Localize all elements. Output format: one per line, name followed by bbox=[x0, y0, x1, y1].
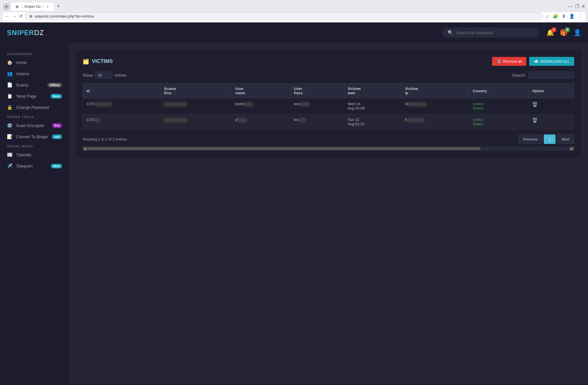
user-profile-button[interactable]: 👤 bbox=[573, 29, 581, 36]
address-bar[interactable]: ⊕ sniperdz.com/index.php?do=victims bbox=[25, 12, 543, 20]
row2-date: Tue 13Aug 01:21 bbox=[344, 114, 401, 130]
tab-close-btn[interactable]: ✕ bbox=[46, 5, 49, 9]
row1-date: Wed 14Aug 00:09 bbox=[344, 98, 401, 114]
table-row: 1370 jil tes Tue 13Aug 01:21 8 UnitedSta… bbox=[83, 114, 574, 130]
panel-actions: 🗑️ Romove all ☁️ DOWNLOAD ALL bbox=[492, 57, 574, 66]
entries-input[interactable] bbox=[95, 72, 112, 79]
row1-username: testbl bbox=[232, 98, 290, 114]
notification-badge: 1 bbox=[551, 27, 556, 32]
victims-icon: 🗂️ bbox=[83, 58, 89, 65]
sidebar-item-label: Telegram bbox=[16, 164, 33, 168]
sidebar-item-icon: 🔒 bbox=[7, 105, 13, 110]
row1-scama-disc bbox=[160, 98, 232, 114]
scroll-right-button[interactable]: ▶ bbox=[570, 146, 574, 151]
scrollbar-area[interactable]: ◀ ▶ bbox=[83, 146, 574, 151]
sidebar-item-telegram[interactable]: ✈️TelegramNew bbox=[0, 160, 69, 172]
delete-row1-button[interactable]: 🗑️ bbox=[532, 102, 538, 107]
logo-bold: SNIPER bbox=[7, 29, 34, 36]
table-row: 1370 testbl testi Wed 14Aug 00:09 98 Uni… bbox=[83, 98, 574, 114]
sidebar: DASHBOARDS🏠Home👥Victims📄ScamsOffline📋Tem… bbox=[0, 43, 69, 384]
search-input[interactable] bbox=[456, 30, 525, 35]
notification-button[interactable]: 🔔 1 bbox=[546, 29, 554, 36]
menu-button[interactable]: ⋮ bbox=[578, 14, 583, 19]
col-option[interactable]: Option bbox=[529, 84, 574, 98]
sidebar-item-label: Home bbox=[16, 60, 27, 65]
download-button[interactable]: ⬇ bbox=[562, 14, 566, 19]
remove-all-button[interactable]: 🗑️ Romove all bbox=[492, 57, 526, 66]
row1-country: UnitedStates bbox=[469, 98, 529, 114]
tab-favicon: ⊕ bbox=[16, 4, 19, 9]
page-1-button[interactable]: 1 bbox=[544, 134, 556, 144]
back-button[interactable]: ← bbox=[5, 14, 10, 19]
col-scama-disc[interactable]: ScamaDisc ↕ bbox=[160, 84, 232, 98]
close-button[interactable]: ✕ bbox=[581, 4, 585, 9]
sidebar-item-badge: xml bbox=[52, 134, 62, 139]
col-country[interactable]: Country ↕ bbox=[469, 84, 529, 98]
sidebar-item-label: Victims bbox=[16, 72, 29, 76]
table-footer: Showing 1 to 2 of 2 entries Previous 1 N… bbox=[83, 134, 574, 144]
table-controls: Show entries Search: bbox=[83, 72, 574, 79]
sidebar-item-victims[interactable]: 👥Victims bbox=[0, 68, 69, 79]
sidebar-item-scam-encrypter[interactable]: ⚙️Scam EncrypterPro bbox=[0, 120, 69, 131]
sidebar-item-tutorials[interactable]: 📰Tutorials bbox=[0, 149, 69, 160]
download-all-button[interactable]: ☁️ DOWNLOAD ALL bbox=[529, 57, 574, 66]
panel-header: 🗂️ VICTIMS 🗑️ Romove all ☁️ DOWNLOAD ALL bbox=[83, 57, 574, 66]
sidebar-item-icon: 📰 bbox=[7, 152, 13, 157]
previous-button[interactable]: Previous bbox=[518, 134, 543, 144]
sidebar-item-badge: Offline bbox=[47, 83, 62, 87]
pagination: Previous 1 Next bbox=[518, 134, 574, 144]
col-victime-date[interactable]: Victimedate ↕ bbox=[344, 84, 401, 98]
search-label: Search: bbox=[512, 73, 526, 78]
table-search-input[interactable] bbox=[528, 72, 574, 79]
col-userpass[interactable]: UserPass ↕ bbox=[290, 84, 344, 98]
sidebar-item-icon: 🏠 bbox=[7, 60, 13, 65]
row2-option[interactable]: 🗑️ bbox=[529, 114, 574, 130]
sidebar-section-title: SOCIAL MEDIA bbox=[0, 142, 69, 149]
row1-ip: 98 bbox=[401, 98, 469, 114]
forward-button[interactable]: → bbox=[12, 14, 17, 19]
sidebar-item-convert-to-bloger[interactable]: 📝Convert To Blogerxml bbox=[0, 131, 69, 142]
download-icon: ☁️ bbox=[534, 59, 538, 63]
sidebar-item-home[interactable]: 🏠Home bbox=[0, 57, 69, 68]
row2-userpass: tes bbox=[290, 114, 344, 130]
extensions-button[interactable]: 🧩 bbox=[553, 14, 558, 19]
gift-button[interactable]: 🎁 0 bbox=[560, 29, 568, 36]
scrollbar-thumb[interactable] bbox=[87, 147, 481, 150]
next-button[interactable]: Next bbox=[557, 134, 574, 144]
row1-option[interactable]: 🗑️ bbox=[529, 98, 574, 114]
sidebar-item-icon: 👥 bbox=[7, 71, 13, 76]
main-content: 🗂️ VICTIMS 🗑️ Romove all ☁️ DOWNLOAD ALL bbox=[69, 43, 588, 384]
header-search-bar[interactable]: 🔍 bbox=[442, 28, 539, 38]
profile-button[interactable]: 👤 bbox=[569, 14, 575, 19]
search-control: Search: bbox=[512, 72, 574, 79]
maximize-button[interactable]: ❐ bbox=[575, 4, 579, 9]
col-id[interactable]: id ↕ bbox=[83, 84, 160, 98]
sidebar-item-icon: 📋 bbox=[7, 93, 13, 99]
sidebar-item-badge: Pro bbox=[52, 123, 62, 128]
data-table: id ↕ ScamaDisc ↕ Username ↕ UserPass ↕ V… bbox=[83, 83, 574, 130]
scroll-left-button[interactable]: ◀ bbox=[83, 146, 87, 151]
sidebar-item-label: Scams bbox=[16, 83, 28, 87]
new-tab-button[interactable]: + bbox=[55, 2, 63, 11]
show-label: Show bbox=[83, 73, 93, 78]
search-icon: 🔍 bbox=[448, 30, 453, 35]
col-victime-ip[interactable]: VictimeIp ↕ bbox=[401, 84, 469, 98]
reload-button[interactable]: ↺ bbox=[19, 14, 23, 19]
row1-userpass: testi bbox=[290, 98, 344, 114]
browser-tab[interactable]: ⊕ :: Sniper Dz :: ✕ bbox=[11, 3, 54, 11]
logo: SNIPERDZ bbox=[7, 29, 44, 37]
col-username[interactable]: Username ↕ bbox=[232, 84, 290, 98]
minimize-button[interactable]: — bbox=[568, 4, 573, 9]
sidebar-item-badge: New bbox=[51, 164, 62, 168]
gift-badge: 0 bbox=[565, 27, 570, 32]
sidebar-item-label: Temp Page bbox=[16, 94, 36, 99]
sidebar-item-change-password[interactable]: 🔒Change Password bbox=[0, 102, 69, 113]
panel-title-text: VICTIMS bbox=[92, 58, 113, 64]
tab-dropdown-btn[interactable]: ▾ bbox=[3, 3, 10, 10]
sidebar-item-scams[interactable]: 📄ScamsOffline bbox=[0, 79, 69, 91]
delete-row2-button[interactable]: 🗑️ bbox=[532, 118, 538, 123]
sidebar-item-label: Change Password bbox=[16, 105, 49, 110]
showing-text: Showing 1 to 2 of 2 entries bbox=[83, 137, 127, 141]
bookmark-button[interactable]: ☆ bbox=[545, 14, 549, 19]
sidebar-item-temp-page[interactable]: 📋Temp PageBeta bbox=[0, 91, 69, 102]
